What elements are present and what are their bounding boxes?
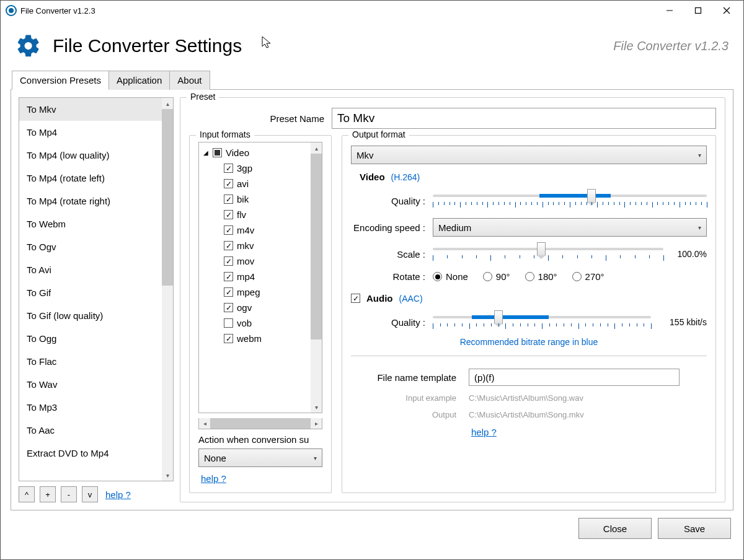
save-button[interactable]: Save — [658, 518, 731, 539]
format-item[interactable]: vob — [202, 315, 308, 331]
preset-list: To MkvTo Mp4To Mp4 (low quality)To Mp4 (… — [19, 97, 174, 481]
format-checkbox[interactable] — [224, 303, 233, 312]
rotate-option[interactable]: 270° — [572, 271, 604, 282]
output-format-combo[interactable]: Mkv ▾ — [351, 146, 707, 164]
format-item[interactable]: m4v — [202, 222, 308, 238]
format-item[interactable]: webm — [202, 331, 308, 346]
titlebar: File Converter v1.2.3 — [1, 1, 743, 20]
video-heading: Video — [360, 172, 385, 182]
preset-scrollbar[interactable]: ▴ ▾ — [162, 98, 173, 481]
scale-slider[interactable] — [433, 244, 663, 264]
format-checkbox[interactable] — [224, 164, 233, 173]
preset-item[interactable]: To Webm — [19, 212, 162, 235]
encoding-speed-label: Encoding speed : — [351, 222, 433, 233]
maximize-button[interactable] — [684, 1, 712, 20]
format-item[interactable]: mkv — [202, 238, 308, 253]
format-label: ogv — [237, 302, 252, 313]
rotate-option[interactable]: None — [433, 271, 468, 282]
template-help-link[interactable]: help ? — [471, 427, 497, 437]
preset-legend: Preset — [187, 92, 219, 102]
format-tree[interactable]: ◢Video3gpavibikflvm4vmkvmovmp4mpegogvvob… — [199, 142, 311, 413]
format-item[interactable]: mp4 — [202, 269, 308, 284]
scroll-down-icon[interactable]: ▾ — [162, 470, 173, 481]
preset-item[interactable]: To Gif — [19, 281, 162, 304]
tree-collapse-icon[interactable]: ◢ — [203, 149, 209, 156]
close-dialog-button[interactable]: Close — [578, 518, 652, 539]
scroll-thumb[interactable] — [162, 109, 173, 286]
preset-item[interactable]: To Mp4 — [19, 121, 162, 144]
format-item[interactable]: mpeg — [202, 284, 308, 300]
footer: Close Save — [1, 510, 743, 546]
preset-item[interactable]: To Mp4 (low quality) — [19, 144, 162, 167]
hscroll-thumb[interactable] — [210, 418, 311, 429]
format-checkbox[interactable] — [224, 225, 233, 235]
encoding-speed-combo[interactable]: Medium ▾ — [433, 218, 707, 237]
format-label: bik — [237, 194, 249, 204]
tab-application[interactable]: Application — [108, 71, 170, 90]
move-down-button[interactable]: v — [82, 486, 98, 502]
format-checkbox[interactable] — [224, 256, 233, 266]
format-item[interactable]: 3gp — [202, 160, 308, 176]
scroll-thumb[interactable] — [311, 154, 322, 339]
format-label: mpeg — [237, 287, 260, 297]
remove-preset-button[interactable]: - — [61, 486, 77, 502]
format-checkbox[interactable] — [224, 287, 233, 297]
format-checkbox[interactable] — [224, 241, 233, 250]
preset-name-input[interactable] — [332, 108, 716, 129]
format-checkbox[interactable] — [224, 318, 233, 328]
preset-item[interactable]: Extract DVD to Mp4 — [19, 442, 162, 465]
minimize-button[interactable] — [655, 1, 684, 20]
scroll-down-icon[interactable]: ▾ — [311, 401, 322, 413]
format-item[interactable]: flv — [202, 207, 308, 222]
format-item[interactable]: avi — [202, 176, 308, 191]
preset-item[interactable]: To Aac — [19, 419, 162, 442]
video-root-checkbox[interactable] — [213, 148, 222, 157]
preset-item[interactable]: To Mp4 (rotate left) — [19, 167, 162, 190]
preset-item[interactable]: To Wav — [19, 373, 162, 396]
tab-about[interactable]: About — [169, 71, 210, 90]
preset-item[interactable]: To Ogv — [19, 235, 162, 258]
svg-rect-1 — [696, 8, 701, 14]
input-formats-help-link[interactable]: help ? — [201, 473, 322, 484]
preset-item[interactable]: To Avi — [19, 258, 162, 281]
action-combo[interactable]: None ▾ — [198, 448, 322, 467]
preset-item[interactable]: To Gif (low quality) — [19, 304, 162, 327]
audio-enable-checkbox[interactable] — [351, 294, 360, 303]
format-item[interactable]: bik — [202, 191, 308, 207]
scroll-left-icon[interactable]: ◂ — [199, 418, 210, 429]
move-up-button[interactable]: ^ — [19, 486, 35, 502]
tab-conversion-presets[interactable]: Conversion Presets — [12, 71, 109, 90]
close-button[interactable] — [712, 1, 741, 20]
audio-quality-slider[interactable] — [433, 312, 651, 332]
video-quality-slider[interactable] — [433, 191, 707, 211]
scale-label: Scale : — [351, 249, 433, 260]
preset-item[interactable]: To Ogg — [19, 327, 162, 350]
chevron-down-icon: ▾ — [314, 455, 317, 462]
format-item[interactable]: mov — [202, 253, 308, 269]
audio-hint: Recommended bitrate range in blue — [351, 337, 707, 347]
format-label: webm — [237, 333, 262, 344]
tree-scrollbar[interactable]: ▴ ▾ — [311, 142, 322, 413]
preset-item[interactable]: To Mkv — [19, 98, 162, 121]
preset-item[interactable]: To Flac — [19, 350, 162, 373]
format-checkbox[interactable] — [224, 334, 233, 343]
format-checkbox[interactable] — [224, 272, 233, 281]
template-input[interactable] — [469, 369, 680, 386]
tab-content: To MkvTo Mp4To Mp4 (low quality)To Mp4 (… — [11, 89, 733, 510]
add-preset-button[interactable]: + — [40, 486, 56, 502]
format-item[interactable]: ogv — [202, 300, 308, 315]
preset-item[interactable]: To Mp3 — [19, 396, 162, 419]
scroll-right-icon[interactable]: ▸ — [311, 418, 322, 429]
format-label: mov — [237, 256, 254, 266]
format-checkbox[interactable] — [224, 195, 233, 204]
preset-item[interactable]: To Mp4 (rotate right) — [19, 190, 162, 212]
format-checkbox[interactable] — [224, 179, 233, 188]
rotate-option[interactable]: 180° — [525, 271, 557, 282]
scroll-up-icon[interactable]: ▴ — [162, 98, 173, 109]
rotate-option[interactable]: 90° — [483, 271, 510, 282]
tree-hscrollbar[interactable]: ◂ ▸ — [198, 418, 322, 429]
format-checkbox[interactable] — [224, 210, 233, 219]
scroll-up-icon[interactable]: ▴ — [311, 142, 322, 154]
output-format-fieldset: Output format Mkv ▾ Video (H.264) Qualit… — [342, 135, 716, 493]
presets-help-link[interactable]: help ? — [105, 489, 131, 500]
